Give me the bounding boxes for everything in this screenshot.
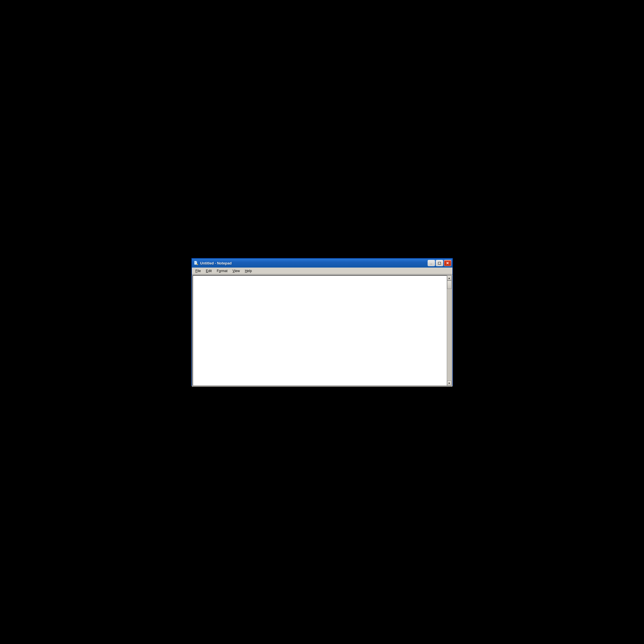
scroll-up-button[interactable]: ▲ (447, 275, 452, 281)
close-icon: ✕ (446, 261, 449, 265)
menu-edit[interactable]: Edit (203, 268, 214, 274)
menu-help[interactable]: Help (242, 268, 254, 274)
menu-edit-label: Edit (206, 269, 212, 273)
menu-format-label: Format (217, 269, 228, 273)
menu-file[interactable]: File (193, 268, 203, 274)
menu-bar: File Edit Format View Help (192, 268, 452, 274)
menu-format[interactable]: Format (214, 268, 230, 274)
minimize-icon: _ (430, 261, 432, 264)
menu-view-label: View (233, 269, 240, 273)
text-editor[interactable] (193, 276, 447, 385)
close-button[interactable]: ✕ (444, 260, 451, 266)
restore-icon (438, 262, 441, 264)
desktop: Untitled - Notepad _ ✕ File Edit (0, 0, 644, 644)
scrollbar: ▲ ▼ (447, 275, 452, 386)
scroll-thumb[interactable] (447, 281, 452, 289)
notepad-app-icon (194, 261, 199, 266)
notepad-window: Untitled - Notepad _ ✕ File Edit (191, 258, 453, 386)
menu-view[interactable]: View (230, 268, 243, 274)
scroll-down-button[interactable]: ▼ (447, 381, 452, 386)
editor-container: ▲ ▼ (192, 274, 452, 387)
scroll-up-arrow-icon: ▲ (448, 277, 450, 279)
menu-file-label: File (196, 269, 201, 273)
title-bar[interactable]: Untitled - Notepad _ ✕ (192, 259, 452, 268)
menu-help-label: Help (245, 269, 252, 273)
title-bar-buttons: _ ✕ (428, 260, 451, 266)
restore-button[interactable] (436, 260, 443, 266)
scroll-down-arrow-icon: ▼ (448, 382, 450, 385)
editor-area[interactable] (192, 275, 447, 386)
title-bar-left: Untitled - Notepad (194, 261, 232, 266)
scroll-track[interactable] (447, 281, 452, 381)
minimize-button[interactable]: _ (428, 260, 435, 266)
window-title: Untitled - Notepad (200, 261, 232, 265)
